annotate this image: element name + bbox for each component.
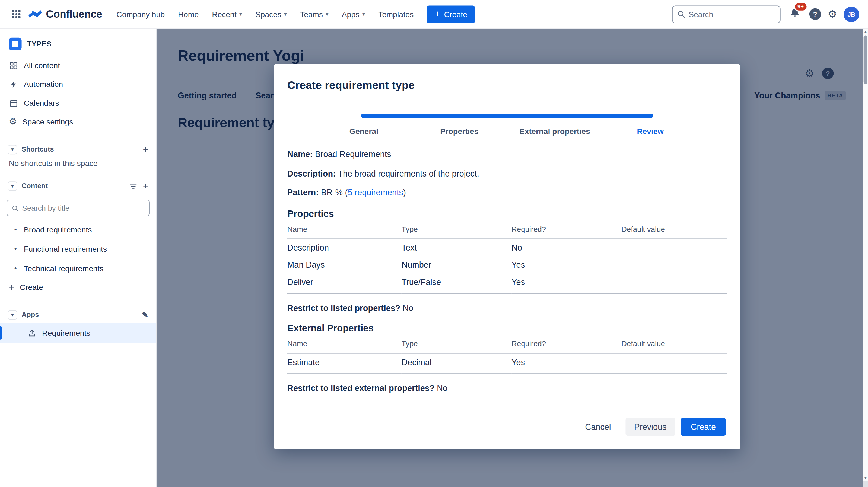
page-item-technical-requirements[interactable]: • Technical requirements (0, 258, 156, 278)
space-icon (9, 38, 22, 51)
cancel-button[interactable]: Cancel (576, 418, 620, 436)
previous-button[interactable]: Previous (625, 418, 675, 436)
table-header-row: Name Type Required? Default value (287, 223, 727, 238)
table-row: DeliverTrue/FalseYes (287, 273, 727, 293)
plus-icon: + (435, 9, 440, 19)
sidebar-item-all-content[interactable]: All content (0, 56, 156, 74)
content-section-header: ▾ Content + (0, 177, 156, 194)
confluence-mark-icon (28, 7, 42, 21)
pattern-field: Pattern: BR-% (5 requirements) (287, 187, 727, 198)
nav-company-hub[interactable]: Company hub (110, 0, 172, 29)
chevron-down-icon[interactable]: ▾ (8, 181, 18, 191)
confluence-logo[interactable]: Confluence (28, 7, 102, 21)
chevron-down-icon[interactable]: ▾ (8, 310, 18, 320)
search-icon (12, 204, 19, 212)
step-review[interactable]: Review (602, 127, 698, 136)
properties-table: Name Type Required? Default value Descri… (287, 223, 727, 293)
title-search-input[interactable] (22, 204, 145, 212)
external-properties-heading: External Properties (287, 323, 727, 334)
nav-spaces[interactable]: Spaces▾ (249, 0, 293, 29)
global-search[interactable] (672, 5, 781, 23)
bullet-icon: • (12, 264, 19, 272)
nav-apps[interactable]: Apps▾ (335, 0, 372, 29)
bullet-icon: • (12, 225, 19, 233)
add-content-button[interactable]: + (143, 181, 148, 191)
sidebar-item-requirements[interactable]: Requirements (0, 323, 156, 343)
restrict-external-properties-field: Restrict to listed external properties? … (287, 383, 727, 393)
search-icon (677, 10, 685, 19)
wizard-progress-bar (361, 114, 653, 118)
description-field: Description: The broad requirements of t… (287, 168, 727, 179)
space-name: TYPES (27, 40, 52, 48)
chevron-down-icon: ▾ (362, 0, 365, 29)
scroll-down-arrow[interactable]: ▼ (863, 475, 868, 481)
vertical-scrollbar[interactable]: ▲ ▼ (863, 29, 868, 481)
apps-section-header: ▾ Apps ✎ (0, 306, 156, 323)
modal-footer: Cancel Previous Create (576, 418, 726, 436)
requirements-app-icon (28, 329, 37, 337)
add-shortcut-button[interactable]: + (143, 145, 148, 154)
bullet-icon: • (12, 245, 19, 253)
edit-apps-button[interactable]: ✎ (142, 311, 148, 319)
restrict-properties-field: Restrict to listed properties? No (287, 303, 727, 313)
step-general[interactable]: General (316, 127, 412, 136)
nav-home[interactable]: Home (172, 0, 206, 29)
wizard-steps: General Properties External properties R… (316, 127, 698, 136)
nav-recent[interactable]: Recent▾ (206, 0, 249, 29)
pencil-icon: ✎ (142, 311, 148, 319)
question-icon: ? (813, 10, 817, 18)
create-submit-button[interactable]: Create (681, 418, 725, 436)
grid-icon (12, 10, 21, 19)
plus-icon: + (9, 283, 14, 292)
create-requirement-type-modal: Create requirement type General Properti… (274, 64, 740, 449)
shortcuts-empty-text: No shortcuts in this space (0, 158, 156, 168)
top-navbar: Confluence Company hub Home Recent▾ Spac… (0, 0, 868, 29)
logo-text: Confluence (46, 8, 102, 20)
shortcuts-section-header: ▾ Shortcuts + (0, 141, 156, 158)
step-external-properties[interactable]: External properties (507, 127, 602, 136)
sidebar-item-space-settings[interactable]: ⚙ Space settings (0, 112, 156, 131)
nav-teams[interactable]: Teams▾ (293, 0, 335, 29)
requirements-count-link[interactable]: 5 requirements (348, 188, 403, 197)
modal-title: Create requirement type (274, 64, 740, 92)
primary-nav: Company hub Home Recent▾ Spaces▾ Teams▾ … (110, 0, 420, 29)
scrollbar-corner (863, 481, 868, 487)
grid-squares-icon (9, 61, 19, 70)
gear-icon: ⚙ (9, 118, 17, 126)
gear-icon: ⚙ (828, 8, 837, 20)
create-button[interactable]: + Create (427, 5, 475, 23)
help-button[interactable]: ? (809, 8, 821, 20)
navbar-right: 9+ ? ⚙ JB (672, 5, 859, 23)
scrollbar-thumb[interactable] (864, 35, 867, 84)
step-properties[interactable]: Properties (412, 127, 507, 136)
space-header[interactable]: TYPES (0, 35, 156, 56)
lightning-icon (9, 79, 19, 89)
sidebar-item-calendars[interactable]: Calendars (0, 94, 156, 112)
table-row: DescriptionTextNo (287, 238, 727, 256)
page-item-broad-requirements[interactable]: • Broad requirements (0, 220, 156, 239)
sidebar-create-button[interactable]: + Create (0, 278, 156, 296)
properties-heading: Properties (287, 208, 727, 219)
table-header-row: Name Type Required? Default value (287, 337, 727, 353)
notification-badge: 9+ (794, 1, 808, 11)
title-search-box[interactable] (6, 200, 149, 216)
avatar[interactable]: JB (844, 6, 859, 22)
search-input[interactable] (689, 10, 775, 19)
chevron-down-icon[interactable]: ▾ (8, 145, 18, 154)
sidebar-item-automation[interactable]: Automation (0, 74, 156, 93)
name-field: Name: Broad Requirements (287, 149, 727, 160)
app-switcher-icon[interactable] (9, 6, 24, 22)
notifications-button[interactable]: 9+ (787, 5, 803, 23)
table-row: EstimateDecimalYes (287, 353, 727, 374)
calendar-icon (9, 98, 19, 108)
modal-body: Name: Broad Requirements Description: Th… (274, 136, 740, 393)
scroll-up-arrow[interactable]: ▲ (863, 29, 868, 34)
chevron-down-icon: ▾ (326, 0, 328, 29)
nav-templates[interactable]: Templates (372, 0, 420, 29)
sidebar: TYPES All content Automation (0, 29, 157, 487)
filter-icon[interactable] (129, 182, 137, 190)
chevron-down-icon: ▾ (239, 0, 242, 29)
page-item-functional-requirements[interactable]: • Functional requirements (0, 239, 156, 258)
table-row: Man DaysNumberYes (287, 256, 727, 273)
settings-gear-button[interactable]: ⚙ (828, 9, 837, 20)
